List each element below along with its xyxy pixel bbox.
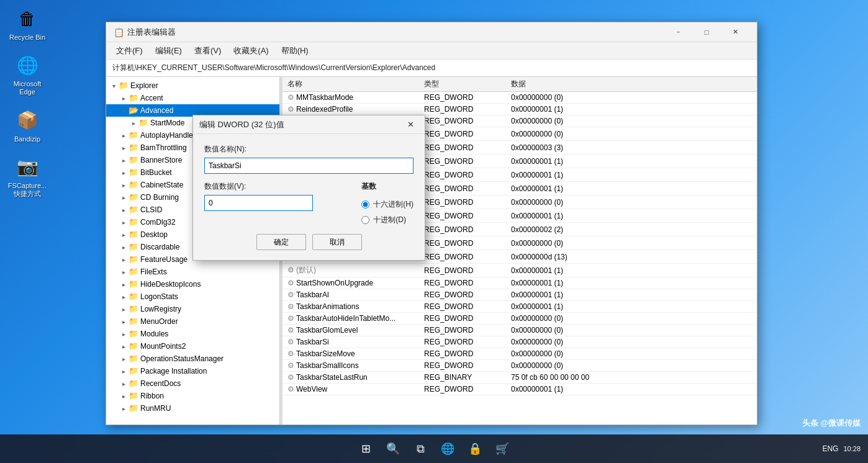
expand-accent[interactable] <box>119 93 129 103</box>
tree-mountpoints2[interactable]: 📁 MountPoints2 <box>106 340 279 353</box>
tree-recentdocs[interactable]: 📁 RecentDocs <box>106 377 279 390</box>
taskbar-clock[interactable]: 10:28 <box>843 445 861 452</box>
expand-fileexts[interactable] <box>119 267 129 277</box>
folder-bam-icon: 📁 <box>129 143 138 153</box>
fscapture-icon[interactable]: 📷 FSCapture...快捷方式 <box>5 155 50 198</box>
expand-cabinetstate[interactable] <box>119 180 129 190</box>
expand-mountpoints2[interactable] <box>119 341 129 351</box>
table-row[interactable]: ⚙ReindexedProfileREG_DWORD0x00000001 (1) <box>283 104 757 115</box>
taskbar-taskview-button[interactable]: ⧉ <box>409 438 432 460</box>
expand-lowregistry[interactable] <box>119 304 129 314</box>
tree-fileexts[interactable]: 📁 FileExts <box>106 266 279 278</box>
expand-hidedesktopicons[interactable] <box>119 279 129 289</box>
taskbar-search-button[interactable]: 🔍 <box>382 438 404 460</box>
hex-radio[interactable] <box>361 200 369 209</box>
window-controls: － □ ✕ <box>664 22 749 42</box>
hex-radio-row[interactable]: 十六进制(H) <box>361 199 414 210</box>
dec-radio-row[interactable]: 十进制(D) <box>361 215 414 225</box>
expand-featureusage[interactable] <box>119 254 129 264</box>
recycle-bin-icon[interactable]: 🗑 Recycle Bin <box>5 6 50 42</box>
taskbar-edge-button[interactable]: 🌐 <box>436 438 459 460</box>
minimize-button[interactable]: － <box>664 22 692 42</box>
table-row[interactable]: ⚙TaskbarAlREG_DWORD0x00000001 (1) <box>283 289 757 301</box>
edge-icon[interactable]: 🌐 Microsoft Edge <box>5 53 50 96</box>
tree-packageinstallation[interactable]: 📁 Package Installation <box>106 365 279 377</box>
dialog-close-button[interactable]: ✕ <box>402 117 418 133</box>
expand-bam[interactable] <box>119 143 129 153</box>
folder-operationstatus-icon: 📁 <box>129 354 138 364</box>
folder-startmode-icon: 📁 <box>138 118 148 128</box>
expand-advanced[interactable] <box>119 106 129 115</box>
expand-ribbon[interactable] <box>119 391 129 401</box>
table-row[interactable]: ⚙(默认)REG_DWORD0x00000001 (1) <box>283 264 757 277</box>
table-row[interactable]: ⚙TaskbarSmallIconsREG_DWORD0x00000000 (0… <box>283 360 757 372</box>
expand-clsid[interactable] <box>119 205 129 215</box>
title-bar: 📋 注册表编辑器 － □ ✕ <box>106 22 757 42</box>
edge-image: 🌐 <box>15 53 40 78</box>
menu-file[interactable]: 文件(F) <box>111 44 148 58</box>
expand-runmru[interactable] <box>119 403 129 413</box>
address-bar[interactable]: 计算机\HKEY_CURRENT_USER\Software\Microsoft… <box>106 60 757 77</box>
expand-autoplay[interactable] <box>119 130 129 140</box>
expand-packageinstallation[interactable] <box>119 366 129 376</box>
table-row[interactable]: ⚙TaskbarStateLastRunREG_BINARY75 0f cb 6… <box>283 372 757 384</box>
table-row[interactable]: ⚙MMTaskbarModeREG_DWORD0x00000000 (0) <box>283 92 757 104</box>
reg-entry-type: REG_DWORD <box>419 209 506 223</box>
expand-comdlg32[interactable] <box>119 217 129 227</box>
tree-modules[interactable]: 📁 Modules <box>106 328 279 340</box>
reg-entry-data: 0x00000001 (1) <box>506 264 757 277</box>
tree-menuorder[interactable]: 📁 MenuOrder <box>106 315 279 328</box>
expand-startmode[interactable] <box>129 118 138 128</box>
expand-explorer[interactable] <box>109 81 119 91</box>
table-row[interactable]: ⚙WebViewREG_DWORD0x00000001 (1) <box>283 384 757 395</box>
reg-entry-data: 0x00000000 (0) <box>506 336 757 348</box>
taskbar-start-button[interactable]: ⊞ <box>355 438 377 460</box>
dec-radio[interactable] <box>361 216 369 224</box>
taskbar-store-button[interactable]: 🛒 <box>491 438 513 460</box>
tree-explorer[interactable]: 📁 Explorer <box>106 79 279 92</box>
menu-favorites[interactable]: 收藏夹(A) <box>228 44 273 58</box>
table-row[interactable]: ⚙TaskbarAnimationsREG_DWORD0x00000001 (1… <box>283 301 757 313</box>
expand-operationstatus[interactable] <box>119 354 129 364</box>
taskbar-center: ⊞ 🔍 ⧉ 🌐 🔒 🛒 <box>355 438 513 460</box>
tree-hidedesktopicons[interactable]: 📁 HideDesktopIcons <box>106 278 279 290</box>
dialog-name-input[interactable] <box>204 158 414 174</box>
expand-modules[interactable] <box>119 329 129 339</box>
tree-accent[interactable]: 📁 Accent <box>106 92 279 104</box>
dialog-cancel-button[interactable]: 取消 <box>312 234 362 250</box>
expand-logonstats[interactable] <box>119 292 129 302</box>
close-button[interactable]: ✕ <box>721 22 749 42</box>
tree-runmru[interactable]: 📁 RunMRU <box>106 402 279 415</box>
table-row[interactable]: ⚙TaskbarGlomLevelREG_DWORD0x00000000 (0) <box>283 325 757 336</box>
dialog-data-input[interactable] <box>204 195 313 211</box>
tree-logonstats[interactable]: 📁 LogonStats <box>106 290 279 303</box>
table-row[interactable]: ⚙StartShownOnUpgradeREG_DWORD0x00000001 … <box>283 277 757 289</box>
expand-discardable[interactable] <box>119 242 129 252</box>
menu-help[interactable]: 帮助(H) <box>276 44 314 58</box>
expand-bitbucket[interactable] <box>119 168 129 178</box>
reg-entry-name: ⚙TaskbarSi <box>283 336 419 348</box>
col-name: 名称 <box>283 77 419 92</box>
tree-lowregistry[interactable]: 📁 LowRegistry <box>106 303 279 315</box>
table-row[interactable]: ⚙TaskbarSiREG_DWORD0x00000000 (0) <box>283 336 757 348</box>
taskbar-lock-button[interactable]: 🔒 <box>464 438 486 460</box>
expand-bannerstore[interactable] <box>119 155 129 165</box>
expand-recentdocs[interactable] <box>119 379 129 389</box>
dialog-ok-button[interactable]: 确定 <box>256 234 306 250</box>
tree-operationstatus[interactable]: 📁 OperationStatusManager <box>106 353 279 365</box>
tree-ribbon[interactable]: 📁 Ribbon <box>106 390 279 402</box>
maximize-button[interactable]: □ <box>692 22 721 42</box>
expand-menuorder[interactable] <box>119 317 129 326</box>
reg-entry-data: 0x00000001 (1) <box>506 301 757 313</box>
menu-view[interactable]: 查看(V) <box>189 44 226 58</box>
reg-entry-type: REG_DWORD <box>419 277 506 289</box>
table-row[interactable]: ⚙TaskbarSizeMoveREG_DWORD0x00000000 (0) <box>283 348 757 360</box>
menu-edit[interactable]: 编辑(E) <box>150 44 187 58</box>
reg-entry-name: ⚙MMTaskbarMode <box>283 92 419 104</box>
expand-desktop[interactable] <box>119 230 129 240</box>
reg-entry-data: 75 0f cb 60 00 00 00 00 <box>506 372 757 384</box>
folder-mountpoints2-icon: 📁 <box>129 341 138 351</box>
bandizip-icon[interactable]: 📦 Bandizip <box>5 108 50 143</box>
expand-cdburning[interactable] <box>119 192 129 202</box>
table-row[interactable]: ⚙TaskbarAutoHideInTabletMo...REG_DWORD0x… <box>283 313 757 325</box>
